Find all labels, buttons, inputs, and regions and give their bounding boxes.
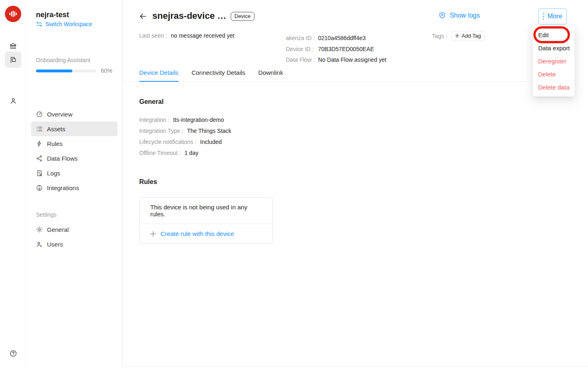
detail-tabs: Device Details Connectivity Details Down… xyxy=(123,65,575,82)
sidebar-item-overview[interactable]: Overview xyxy=(31,107,118,121)
akenza-logo[interactable] xyxy=(5,6,21,22)
lifecycle-notifications-label: Lifecycle notifications : xyxy=(139,139,196,145)
switch-workspace-link[interactable]: Switch Workspace xyxy=(36,21,92,27)
sidebar-item-users[interactable]: Users xyxy=(31,237,118,251)
sidebar-item-label: General xyxy=(47,226,69,233)
device-type-badge: Device xyxy=(231,12,254,21)
device-summary: Last seen :no message received yet akenz… xyxy=(123,25,588,62)
akenza-id-value: 0210a4586ddff4e3 xyxy=(318,35,366,41)
integration-type-label: Integration Type : xyxy=(139,128,183,134)
sidebar-settings-menu: General Users xyxy=(31,222,118,251)
rules-empty-message: This device is not being used in any rul… xyxy=(140,197,272,224)
menu-item-data-export[interactable]: Data export xyxy=(533,42,575,55)
offline-timeout-value: 1 day xyxy=(185,150,198,156)
integration-label: Integration : xyxy=(139,117,169,123)
akenza-id-row: akenza ID :0210a4586ddff4e3 xyxy=(286,33,386,44)
share-icon xyxy=(36,155,43,162)
page-title: snejras-device … xyxy=(152,11,226,21)
last-seen-row: Last seen :no message received yet xyxy=(139,32,234,39)
data-flow-row: Data Flow :No Data Flow assigned yet xyxy=(286,54,386,65)
show-logs-label: Show logs xyxy=(450,12,480,19)
user-icon[interactable] xyxy=(5,92,21,109)
switch-workspace-label: Switch Workspace xyxy=(45,21,92,27)
akenza-id-label: akenza ID : xyxy=(286,33,318,44)
device-ids-column: akenza ID :0210a4586ddff4e3 Device ID :7… xyxy=(286,33,386,65)
integration-row: Integration :tts-integration-demo xyxy=(139,114,572,126)
integration-icon xyxy=(36,184,43,191)
rules-card: This device is not being used in any rul… xyxy=(139,197,273,244)
more-button[interactable]: More xyxy=(538,8,567,25)
integration-value: tts-integration-demo xyxy=(173,117,224,123)
help-icon[interactable] xyxy=(5,345,21,361)
rules-section-title: Rules xyxy=(139,178,572,186)
ellipsis-vertical-icon xyxy=(543,13,544,20)
menu-item-delete-data[interactable]: Delete data xyxy=(533,81,575,94)
page-header: snejras-device … Device Show logs More xyxy=(123,0,588,25)
sidebar-item-assets[interactable]: Assets xyxy=(31,121,118,136)
sidebar-item-label: Logs xyxy=(47,170,60,177)
onboarding-assistant-label: Onboarding Assistant xyxy=(36,57,90,63)
workspace-sidebar: nejra-test Switch Workspace Onboarding A… xyxy=(26,0,123,368)
sidebar-item-label: Rules xyxy=(47,140,62,147)
device-detail-page: snejras-device … Device Show logs More L… xyxy=(123,0,588,367)
arrow-left-icon xyxy=(139,12,147,20)
workspace-name: nejra-test xyxy=(36,11,69,19)
dashboard-icon xyxy=(36,111,43,118)
data-flow-value: No Data Flow assigned yet xyxy=(318,56,386,63)
sidebar-item-logs[interactable]: Logs xyxy=(31,166,118,180)
add-tag-button[interactable]: Add Tag xyxy=(451,31,484,40)
offline-timeout-label: Offline Timeout : xyxy=(139,150,181,156)
menu-item-delete[interactable]: Delete xyxy=(533,68,575,81)
sidebar-item-general-settings[interactable]: General xyxy=(31,222,118,237)
device-id-label: Device ID : xyxy=(286,44,318,55)
device-id-value: 70B3D57ED0050EAE xyxy=(318,46,374,52)
back-button[interactable] xyxy=(139,12,147,20)
gear-icon xyxy=(36,226,43,233)
settings-section-header: Settings xyxy=(36,211,57,218)
create-rule-button[interactable]: Create rule with this device xyxy=(140,224,272,243)
log-file-icon xyxy=(36,170,43,177)
thunderbolt-icon xyxy=(36,140,43,147)
device-id-row: Device ID :70B3D57ED0050EAE xyxy=(286,44,386,55)
offline-timeout-row: Offline Timeout :1 day xyxy=(139,148,572,159)
icon-rail xyxy=(0,0,26,368)
last-seen-value: no message received yet xyxy=(171,32,235,39)
more-dropdown-menu: Edit Data export Deregister Delete Delet… xyxy=(533,26,575,96)
integration-type-row: Integration Type :The Things Stack xyxy=(139,126,572,137)
more-label: More xyxy=(548,13,562,20)
list-icon xyxy=(36,126,43,132)
sidebar-item-data-flows[interactable]: Data Flows xyxy=(31,151,118,166)
menu-item-edit[interactable]: Edit xyxy=(533,29,575,42)
show-logs-button[interactable]: Show logs xyxy=(439,11,480,19)
tab-connectivity-details[interactable]: Connectivity Details xyxy=(192,65,245,81)
workspace-flag-icon[interactable] xyxy=(5,52,21,68)
sidebar-item-label: Data Flows xyxy=(47,155,78,162)
sidebar-item-label: Assets xyxy=(47,126,65,132)
tab-downlink[interactable]: Downlink xyxy=(258,65,283,81)
waveform-icon xyxy=(9,9,18,18)
sidebar-item-label: Users xyxy=(47,241,63,248)
onboarding-progress-percent: 60% xyxy=(101,67,112,74)
sidebar-menu: Overview Assets Rules Data Flows xyxy=(31,107,118,195)
sidebar-item-integrations[interactable]: Integrations xyxy=(31,180,118,195)
swap-icon xyxy=(36,21,42,27)
sidebar-item-label: Integrations xyxy=(47,184,79,191)
last-seen-label: Last seen : xyxy=(139,32,167,39)
tags-label: Tags : xyxy=(432,33,447,39)
create-rule-label: Create rule with this device xyxy=(160,230,234,237)
onboarding-progress-fill xyxy=(36,70,72,72)
general-section-title: General xyxy=(139,98,572,105)
integration-type-value: The Things Stack xyxy=(187,128,232,134)
sidebar-item-rules[interactable]: Rules xyxy=(31,136,118,151)
lifecycle-notifications-value: Included xyxy=(200,139,222,145)
tab-device-details[interactable]: Device Details xyxy=(139,65,178,82)
sidebar-item-label: Overview xyxy=(47,111,73,118)
general-rows: Integration :tts-integration-demo Integr… xyxy=(139,114,572,159)
menu-item-deregister[interactable]: Deregister xyxy=(533,55,575,68)
lifecycle-notifications-row: Lifecycle notifications :Included xyxy=(139,137,572,148)
user-add-icon xyxy=(36,241,43,248)
add-tag-label: Add Tag xyxy=(461,33,481,39)
plus-icon xyxy=(455,34,459,38)
plus-icon xyxy=(150,231,156,237)
shield-icon xyxy=(439,11,446,19)
